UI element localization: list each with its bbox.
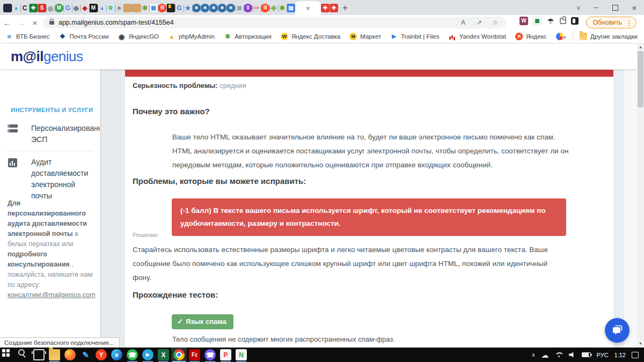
- tab-parcel-1[interactable]: [123, 1, 132, 15]
- active-tab[interactable]: ×: [295, 1, 321, 15]
- tab-health-cross-2[interactable]: ✚: [330, 1, 338, 15]
- bookmark-phpmyadmin[interactable]: ▲phpMyAdmin: [168, 33, 215, 40]
- word-ext-icon[interactable]: W: [519, 17, 528, 25]
- tab-medium-m[interactable]: M: [89, 1, 98, 15]
- bookmark-yandex-metrika[interactable]: Яндекс.Метрика: [556, 33, 562, 40]
- update-browser-button[interactable]: Обновить ⋮: [586, 17, 636, 28]
- tab-fingerprint[interactable]: ◉: [46, 1, 55, 15]
- minimize-button[interactable]: ─: [586, 0, 605, 15]
- sidebar-item-personalized-esp[interactable]: Персонализированны ЭСП: [0, 123, 100, 145]
- taskbar-p-app-button[interactable]: P: [218, 348, 233, 362]
- share-icon[interactable]: ↗: [475, 18, 484, 27]
- tray-language[interactable]: РУС: [597, 352, 609, 358]
- consulting-email-link[interactable]: консалтинг@mailgenius.com: [8, 291, 96, 299]
- taskbar-filezilla-button[interactable]: Fz: [187, 348, 202, 362]
- chat-widget-button[interactable]: [605, 318, 630, 343]
- tray-wifi[interactable]: [555, 352, 563, 358]
- tab-gov-crest-1[interactable]: ✶: [192, 1, 201, 15]
- lock-icon[interactable]: [49, 21, 54, 25]
- tray-volume[interactable]: [569, 352, 576, 358]
- bookmark-star-icon[interactable]: ☆: [491, 18, 500, 27]
- tray-show-hidden[interactable]: ∧: [531, 352, 535, 358]
- tab-green-plus[interactable]: ✚: [29, 1, 38, 15]
- bookmark-auth-flower[interactable]: ✱Авторизация: [224, 33, 272, 40]
- url-text[interactable]: app.mailgenius.com/spam-test/4155e4: [58, 19, 174, 26]
- mailgenius-logo[interactable]: m@ilgenius: [11, 48, 83, 65]
- tab-gov-crest-5[interactable]: ✶: [226, 1, 235, 15]
- tab-dark-app[interactable]: [3, 1, 12, 15]
- taskbar-notepad-pp-button[interactable]: N: [233, 348, 249, 362]
- tray-onedrive[interactable]: ☁: [541, 351, 549, 359]
- tab-leaf-green[interactable]: ✤: [269, 1, 278, 15]
- tab-letter-s[interactable]: S: [38, 1, 46, 15]
- tab-code-red[interactable]: </>: [252, 1, 261, 15]
- tab-google-g-2[interactable]: G: [175, 1, 184, 15]
- bookmark-yandex-market[interactable]: ММаркет: [349, 33, 381, 40]
- taskbar-explorer-button[interactable]: [47, 348, 62, 362]
- translate-icon[interactable]: A: [459, 18, 467, 27]
- maximize-button[interactable]: [605, 0, 625, 15]
- tab-close-icon[interactable]: ×: [306, 5, 310, 12]
- tab-cart-blue[interactable]: ▦: [149, 1, 158, 15]
- forward-button[interactable]: →: [14, 18, 28, 27]
- tab-gov-crest-2[interactable]: ✶: [201, 1, 209, 15]
- browser-menu-icon[interactable]: ⋮: [626, 19, 633, 27]
- tab-avatar-contact[interactable]: ☻: [115, 1, 123, 15]
- address-bar[interactable]: app.mailgenius.com/spam-test/4155e4 A↗☆: [43, 17, 506, 28]
- scroll-up-arrow[interactable]: ▲: [637, 44, 644, 50]
- taskbar-excel-button[interactable]: X: [156, 348, 171, 362]
- tab-map-tile[interactable]: ✿: [106, 1, 115, 15]
- stop-button[interactable]: ×: [28, 18, 42, 27]
- bookmark-pochta-eagle[interactable]: ❖Почта России: [58, 33, 108, 40]
- tab-red-diamond[interactable]: ◆: [80, 1, 89, 15]
- taskbar-firefox-button[interactable]: [62, 348, 78, 362]
- tab-purple-shield[interactable]: 0: [244, 1, 252, 15]
- sidebar-item-deliverability-audit[interactable]: Аудит доставляемости электронной почты: [0, 157, 100, 202]
- taskbar-start-button[interactable]: [0, 348, 16, 362]
- umbrella-ext-icon[interactable]: ☂: [546, 17, 555, 25]
- tab-gov-crest-4[interactable]: ✶: [218, 1, 226, 15]
- tab-blue-star[interactable]: ★: [184, 1, 192, 15]
- tab-green-flower-2[interactable]: ✱: [278, 1, 287, 15]
- tab-market-black[interactable]: ▘: [166, 1, 175, 15]
- extensions-puzzle-icon[interactable]: [560, 18, 566, 24]
- tab-green-m[interactable]: M: [55, 1, 63, 15]
- bookmark-yandex-go[interactable]: ◉ЯндексGO: [118, 33, 159, 40]
- taskbar-yandex-browser-button[interactable]: Y: [93, 348, 109, 362]
- tab-search-icon[interactable]: ∨: [571, 4, 586, 11]
- tab-green-flower[interactable]: ✱: [141, 1, 149, 15]
- tab-yandex-ya-2[interactable]: Я: [261, 1, 269, 15]
- taskbar-task-view-button[interactable]: [31, 348, 47, 362]
- taskbar-whatsapp-button[interactable]: ☎: [125, 348, 140, 362]
- tab-drive-triangle-2[interactable]: ▲: [98, 1, 106, 15]
- new-tab-button[interactable]: +: [338, 1, 352, 15]
- tab-parcel-2[interactable]: [132, 1, 141, 15]
- taskbar-search-button[interactable]: [16, 348, 31, 362]
- scrollbar-thumb[interactable]: [638, 51, 643, 107]
- tab-letter-c[interactable]: C: [20, 1, 29, 15]
- sheets-ext-icon[interactable]: ▦: [533, 17, 541, 25]
- bookmark-trainbit[interactable]: ▶Trainbit | Files: [390, 33, 440, 40]
- taskbar-chrome-button[interactable]: [171, 348, 187, 362]
- tab-notes-blue[interactable]: ▤: [287, 1, 295, 15]
- taskbar-edge-button[interactable]: e: [109, 348, 125, 362]
- browser-scrollbar[interactable]: ▲ ▼: [637, 43, 644, 348]
- bookmark-vtb[interactable]: ≡ВТБ Бизнес: [5, 33, 49, 40]
- bookmark-wordstat-bars[interactable]: Yandex Wordstat: [449, 33, 506, 40]
- bookmark-yandex-delivery[interactable]: WЯндекс Доставка: [281, 33, 340, 40]
- scroll-down-arrow[interactable]: ▼: [637, 341, 644, 347]
- bookmarks-overflow-chevron[interactable]: »: [562, 33, 566, 41]
- bookmark-yandex[interactable]: ЯЯндекс: [515, 33, 547, 40]
- tab-google-g[interactable]: G: [63, 1, 72, 15]
- close-window-button[interactable]: ×: [625, 0, 644, 15]
- tab-gov-crest-3[interactable]: ✶: [209, 1, 218, 15]
- back-button[interactable]: ←: [0, 18, 14, 27]
- tray-action-center[interactable]: [632, 352, 639, 358]
- other-bookmarks-folder[interactable]: Другие закладки: [580, 33, 638, 40]
- tab-yandex-ya[interactable]: Я: [158, 1, 166, 15]
- taskbar-telegram-button[interactable]: ▶: [140, 348, 156, 362]
- tab-health-cross-1[interactable]: ✚: [321, 1, 330, 15]
- tray-battery[interactable]: [582, 352, 591, 357]
- reader-ext-icon[interactable]: [571, 17, 579, 25]
- tray-clock[interactable]: 1:12: [614, 352, 626, 358]
